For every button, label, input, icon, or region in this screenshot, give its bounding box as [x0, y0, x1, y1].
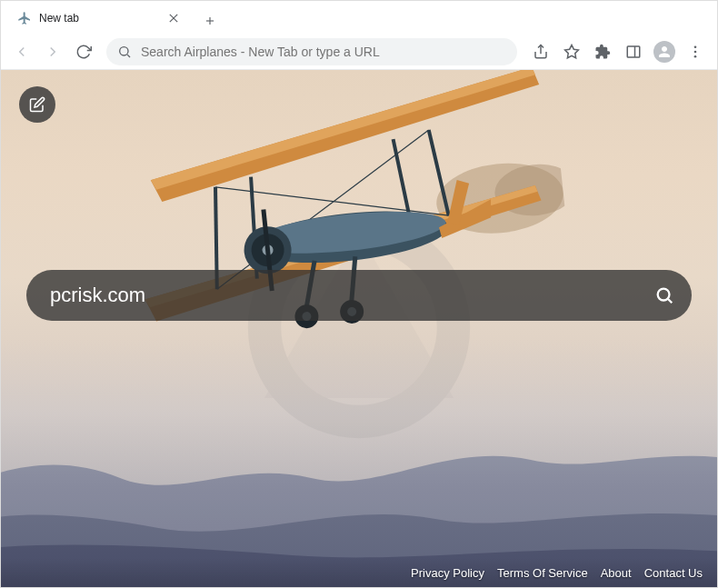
toolbar-right: [526, 38, 710, 65]
contact-us-link[interactable]: Contact Us: [644, 566, 703, 580]
search-bar: [26, 270, 692, 321]
share-icon[interactable]: [526, 38, 555, 65]
svg-point-38: [658, 289, 670, 301]
omnibox[interactable]: [106, 38, 517, 65]
menu-icon[interactable]: [681, 38, 710, 65]
biplane-illustration: [95, 70, 580, 397]
privacy-policy-link[interactable]: Privacy Policy: [411, 566, 484, 580]
toolbar: [1, 34, 717, 70]
browser-tab[interactable]: New tab: [8, 3, 190, 34]
search-input[interactable]: [50, 284, 646, 307]
new-tab-button[interactable]: [197, 8, 223, 34]
forward-button[interactable]: [39, 38, 66, 65]
page-content: Privacy Policy Terms Of Service About Co…: [1, 70, 717, 587]
address-input[interactable]: [141, 45, 506, 59]
avatar-icon: [653, 41, 675, 63]
svg-line-39: [668, 299, 672, 303]
svg-rect-12: [627, 46, 640, 57]
extensions-icon[interactable]: [588, 38, 617, 65]
reload-button[interactable]: [70, 38, 97, 65]
airplane-favicon-icon: [17, 11, 32, 25]
svg-point-8: [120, 46, 128, 55]
back-button[interactable]: [8, 38, 35, 65]
about-link[interactable]: About: [601, 566, 632, 580]
search-button[interactable]: [646, 277, 683, 314]
svg-point-15: [694, 50, 697, 53]
footer-links: Privacy Policy Terms Of Service About Co…: [1, 558, 717, 587]
edit-background-button[interactable]: [19, 86, 55, 123]
tab-close-icon[interactable]: [166, 11, 181, 25]
tabstrip: New tab: [1, 1, 717, 34]
profile-avatar[interactable]: [650, 38, 679, 65]
search-icon: [117, 45, 132, 59]
svg-point-14: [694, 45, 697, 48]
bookmark-icon[interactable]: [557, 38, 586, 65]
sidepanel-icon[interactable]: [619, 38, 648, 65]
svg-line-9: [127, 55, 130, 57]
terms-of-service-link[interactable]: Terms Of Service: [497, 566, 588, 580]
svg-point-16: [694, 55, 697, 57]
svg-marker-11: [565, 45, 579, 57]
browser-window: New tab: [0, 0, 718, 588]
tab-title: New tab: [39, 12, 166, 25]
